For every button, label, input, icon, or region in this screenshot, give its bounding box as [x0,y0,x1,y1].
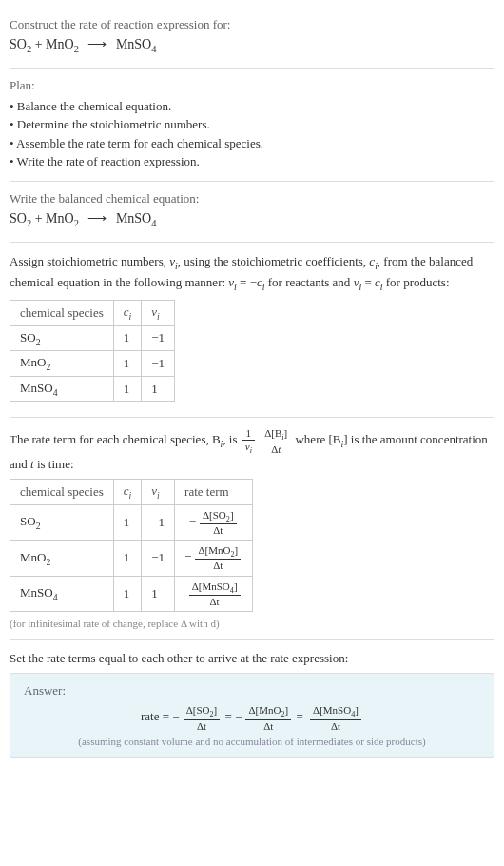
col-species: chemical species [10,480,114,505]
plan-list: • Balance the chemical equation. • Deter… [10,97,494,171]
reaction-arrow: ⟶ [87,37,107,51]
col-species: chemical species [10,301,114,326]
cell-ci: 1 [113,351,142,377]
plus-sign: + [31,37,46,51]
col-vi: νi [142,301,175,326]
reactant-1: SO2 [10,211,31,226]
cell-ci: 1 [113,576,142,611]
table-row: SO2 1 −1 [10,325,175,351]
plan-header: Plan: [10,78,494,93]
plan-item: • Write the rate of reaction expression. [10,152,494,171]
table-row: MnSO4 1 1 [10,376,175,402]
col-ci: ci [113,301,142,326]
cell-species: SO2 [10,504,114,540]
table-row: MnO2 1 −1 −Δ[MnO2]Δt [10,541,253,576]
plus-sign: + [31,211,46,226]
rateterm-explain: The rate term for each chemical species,… [10,427,494,473]
answer-note: (assuming constant volume and no accumul… [24,736,480,747]
plan-item: • Determine the stoichiometric numbers. [10,115,494,134]
rateterm-table: chemical species ci νi rate term SO2 1 −… [10,479,253,612]
answer-label: Answer: [24,683,480,699]
cell-rate: −Δ[MnO2]Δt [175,541,253,576]
cell-ci: 1 [113,541,142,576]
cell-vi: 1 [142,376,175,402]
plan-section: Plan: • Balance the chemical equation. •… [10,69,494,182]
dBi-dt: Δ[Bi] Δt [262,427,290,454]
cell-vi: −1 [142,541,175,576]
product-1: MnSO4 [116,37,157,51]
rateterm-section: The rate term for each chemical species,… [10,418,494,639]
stoich-section: Assign stoichiometric numbers, νi, using… [10,243,494,419]
product-1: MnSO4 [116,211,157,226]
reaction-arrow: ⟶ [87,211,107,226]
cell-ci: 1 [113,376,142,402]
cell-vi: −1 [142,325,175,351]
reactant-1: SO2 [10,37,31,51]
stoich-explain: Assign stoichiometric numbers, νi, using… [10,252,494,294]
balanced-section: Write the balanced chemical equation: SO… [10,182,494,243]
reactant-2: MnO2 [46,211,79,226]
cell-ci: 1 [113,504,142,540]
final-header: Set the rate terms equal to each other t… [10,649,494,668]
reactant-2: MnO2 [46,37,79,51]
infinitesimal-note: (for infinitesimal rate of change, repla… [10,618,494,629]
cell-species: MnSO4 [10,576,114,611]
problem-section: Construct the rate of reaction expressio… [10,8,494,69]
cell-vi: 1 [142,576,175,611]
table-row: MnSO4 1 1 Δ[MnSO4]Δt [10,576,253,611]
construct-header: Construct the rate of reaction expressio… [10,17,494,32]
cell-species: SO2 [10,325,114,351]
col-vi: νi [142,480,175,505]
cell-vi: −1 [142,504,175,540]
cell-ci: 1 [113,325,142,351]
cell-species: MnSO4 [10,376,114,402]
table-row: SO2 1 −1 −Δ[SO2]Δt [10,504,253,540]
table-header-row: chemical species ci νi rate term [10,480,253,505]
plan-item: • Assemble the rate term for each chemic… [10,134,494,153]
answer-rate-expression: rate = −Δ[SO2]Δt = −Δ[MnO2]Δt = Δ[MnSO4]… [24,704,480,731]
balanced-equation: SO2 + MnO2 ⟶ MnSO4 [10,210,494,228]
table-row: MnO2 1 −1 [10,351,175,377]
final-section: Set the rate terms equal to each other t… [10,640,494,767]
cell-vi: −1 [142,351,175,377]
cell-species: MnO2 [10,351,114,377]
table-header-row: chemical species ci νi [10,301,175,326]
cell-rate: −Δ[SO2]Δt [175,504,253,540]
one-over-nu: 1 νi [242,427,255,454]
unbalanced-equation: SO2 + MnO2 ⟶ MnSO4 [10,36,494,54]
col-ci: ci [113,480,142,505]
balanced-header: Write the balanced chemical equation: [10,191,494,207]
plan-item: • Balance the chemical equation. [10,97,494,116]
cell-rate: Δ[MnSO4]Δt [175,576,253,611]
col-rate: rate term [175,480,253,505]
stoich-table: chemical species ci νi SO2 1 −1 MnO2 1 −… [10,300,175,402]
answer-box: Answer: rate = −Δ[SO2]Δt = −Δ[MnO2]Δt = … [10,673,494,757]
cell-species: MnO2 [10,541,114,576]
